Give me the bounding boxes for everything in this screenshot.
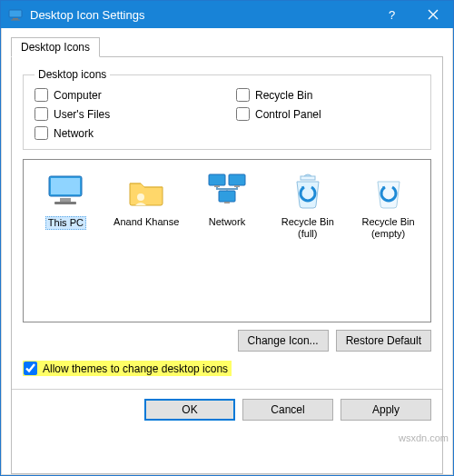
chk-computer-label: Computer (54, 89, 102, 102)
apply-button[interactable]: Apply (340, 399, 431, 421)
client-area: Desktop Icons Desktop icons Computer Rec… (1, 28, 453, 475)
chk-usersfiles-box[interactable] (35, 107, 48, 121)
group-legend: Desktop icons (35, 68, 110, 81)
chk-controlpanel[interactable]: Control Panel (236, 107, 419, 121)
icon-label: Recycle Bin (full) (271, 216, 344, 240)
svg-rect-10 (229, 174, 245, 185)
svg-point-8 (137, 193, 144, 201)
svg-rect-15 (301, 176, 315, 180)
svg-rect-9 (209, 174, 225, 185)
change-icon-button[interactable]: Change Icon... (238, 330, 329, 352)
window-title: Desktop Icon Settings (30, 8, 371, 22)
svg-rect-14 (224, 202, 230, 203)
recycle-empty-icon (367, 169, 410, 213)
recycle-full-icon (286, 169, 330, 213)
icon-preview-list[interactable]: This PC Anand Khanse (23, 159, 431, 322)
chk-recyclebin-box[interactable] (236, 88, 250, 102)
tab-desktop-icons[interactable]: Desktop Icons (11, 37, 100, 57)
icon-label: This PC (45, 216, 86, 230)
chk-network-box[interactable] (35, 126, 48, 140)
chk-network-label: Network (54, 127, 94, 140)
allow-themes-checkbox[interactable]: Allow themes to change desktop icons (23, 361, 232, 376)
icon-item-recycle-empty[interactable]: Recycle Bin (empty) (351, 169, 425, 240)
svg-rect-0 (9, 10, 22, 17)
icon-item-network[interactable]: Network (191, 169, 264, 228)
allow-themes-box[interactable] (24, 362, 37, 375)
userfolder-icon (124, 169, 168, 213)
svg-rect-5 (51, 178, 80, 194)
icon-item-userfolder[interactable]: Anand Khanse (110, 169, 183, 228)
allow-themes-label: Allow themes to change desktop icons (43, 362, 228, 375)
svg-text:?: ? (389, 8, 395, 21)
chk-usersfiles[interactable]: User's Files (35, 107, 218, 121)
icon-item-recycle-full[interactable]: Recycle Bin (full) (271, 169, 344, 240)
icon-label: Network (207, 216, 247, 228)
svg-rect-1 (13, 18, 18, 20)
chk-network[interactable]: Network (35, 126, 218, 140)
tab-page: Desktop icons Computer Recycle Bin User'… (11, 57, 443, 474)
network-icon (205, 169, 249, 213)
svg-rect-11 (219, 191, 235, 202)
chk-recyclebin-label: Recycle Bin (255, 89, 312, 102)
app-icon (8, 7, 23, 22)
restore-default-button[interactable]: Restore Default (336, 330, 431, 352)
help-button[interactable]: ? (371, 1, 412, 28)
tab-strip: Desktop Icons (11, 35, 443, 57)
ok-button[interactable]: OK (144, 399, 235, 421)
svg-rect-6 (60, 198, 71, 202)
svg-rect-12 (214, 185, 220, 187)
icon-label: Anand Khanse (112, 216, 181, 228)
chk-computer[interactable]: Computer (35, 88, 218, 102)
thispc-icon (44, 169, 87, 213)
svg-rect-2 (11, 20, 20, 21)
cancel-button[interactable]: Cancel (242, 399, 333, 421)
dialog-window: Desktop Icon Settings ? Desktop Icons De… (0, 0, 454, 476)
chk-recyclebin[interactable]: Recycle Bin (236, 88, 419, 102)
dialog-buttons: OK Cancel Apply (23, 390, 431, 430)
chk-controlpanel-label: Control Panel (255, 108, 321, 121)
desktop-icons-group: Desktop icons Computer Recycle Bin User'… (23, 68, 431, 150)
close-button[interactable] (412, 1, 453, 28)
svg-rect-7 (54, 202, 76, 204)
icon-item-thispc[interactable]: This PC (29, 169, 103, 230)
titlebar[interactable]: Desktop Icon Settings ? (1, 1, 453, 28)
icon-label: Recycle Bin (empty) (351, 216, 425, 240)
svg-rect-13 (234, 185, 240, 187)
chk-controlpanel-box[interactable] (236, 107, 250, 121)
chk-usersfiles-label: User's Files (54, 108, 110, 121)
chk-computer-box[interactable] (35, 88, 48, 102)
